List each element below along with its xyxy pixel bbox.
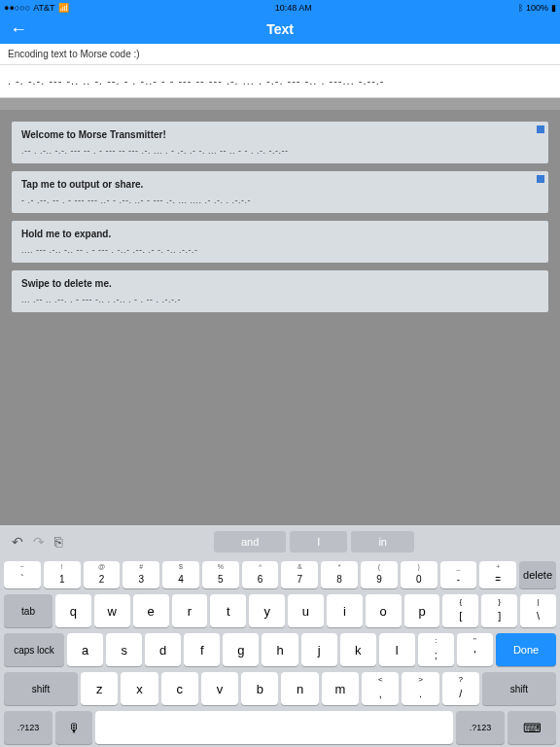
letter-key[interactable]: l <box>379 633 415 666</box>
letter-key[interactable]: h <box>262 633 298 666</box>
letter-key[interactable]: n <box>281 672 318 705</box>
letter-key[interactable]: d <box>145 633 181 666</box>
tab-key[interactable]: tab <box>4 594 52 627</box>
punct-key[interactable]: <, <box>362 672 399 705</box>
symbols-key[interactable]: .?123 <box>4 711 52 744</box>
punct-key[interactable]: {[ <box>442 594 478 627</box>
status-left: ●●○○○ AT&T 📶 <box>4 3 69 13</box>
card-morse: ... .-- .. .--. . - --- -.. . .-.. . - .… <box>21 295 539 304</box>
punct-key[interactable]: "' <box>457 633 493 666</box>
letter-key[interactable]: c <box>161 672 198 705</box>
shift-key[interactable]: shift <box>482 672 556 705</box>
letter-key[interactable]: m <box>322 672 359 705</box>
card-title: Hold me to expand. <box>21 229 539 239</box>
suggestion[interactable]: and <box>214 531 286 552</box>
letter-key[interactable]: x <box>121 672 158 705</box>
num-key[interactable]: %5 <box>202 561 239 588</box>
wifi-icon: 📶 <box>58 3 69 13</box>
punct-key[interactable]: :; <box>418 633 454 666</box>
suggestion[interactable]: I <box>290 531 347 552</box>
history-card[interactable]: Hold me to expand..... --- .-.. -.. -- .… <box>12 221 548 263</box>
keyboard-icon: ⌨ <box>523 721 542 735</box>
back-button[interactable]: ← <box>10 19 27 40</box>
row-zxcv: shiftzxcvbnm<,>.?/shift <box>0 669 560 708</box>
history-card[interactable]: Welcome to Morse Transmitter!.-- . .-.. … <box>12 122 548 163</box>
keyboard: ↶ ↷ ⎘ andIin ~`!1@2#3$4%5^6&7*8(9)0_-+=d… <box>0 525 560 747</box>
mic-icon: 🎙 <box>68 721 81 735</box>
num-key[interactable]: &7 <box>281 561 318 588</box>
keyboard-tools: ↶ ↷ ⎘ <box>6 534 68 550</box>
num-key[interactable]: (9 <box>361 561 398 588</box>
punct-key[interactable]: |\ <box>520 594 556 627</box>
symbols-key-right[interactable]: .?123 <box>456 711 505 744</box>
undo-icon[interactable]: ↶ <box>12 534 23 550</box>
card-title: Swipe to delete me. <box>21 278 539 289</box>
row-asdf: caps lockasdfghjkl:;"'Done <box>0 630 560 669</box>
letter-key[interactable]: g <box>223 633 259 666</box>
card-title: Welcome to Morse Transmitter! <box>21 129 539 140</box>
punct-key[interactable]: }] <box>481 594 517 627</box>
letter-key[interactable]: f <box>184 633 220 666</box>
num-key[interactable]: @2 <box>84 561 121 588</box>
history-card[interactable]: Swipe to delete me.... .-- .. .--. . - -… <box>12 270 548 312</box>
page-title: Text <box>266 21 294 37</box>
status-right: ᛒ 100% ▮ <box>518 3 556 13</box>
signal-dots: ●●○○○ <box>4 3 30 13</box>
num-key[interactable]: )0 <box>401 561 438 588</box>
capslock-key[interactable]: caps lock <box>4 633 64 666</box>
battery-icon: ▮ <box>551 3 556 13</box>
status-time: 10:48 AM <box>275 3 312 13</box>
suggestions: andIin <box>74 531 554 552</box>
letter-key[interactable]: i <box>327 594 363 627</box>
history-card[interactable]: Tap me to output or share.- .- .--. -- .… <box>12 171 548 213</box>
letter-key[interactable]: j <box>301 633 337 666</box>
num-key[interactable]: += <box>479 561 516 588</box>
letter-key[interactable]: p <box>404 594 440 627</box>
card-corner-icon <box>537 125 544 133</box>
punct-key[interactable]: ?/ <box>442 672 479 705</box>
card-morse: - .- .--. -- . - --- --- ..- - .--. ..- … <box>21 196 539 205</box>
letter-key[interactable]: k <box>340 633 376 666</box>
delete-key[interactable]: delete <box>519 561 556 588</box>
letter-key[interactable]: a <box>67 633 103 666</box>
letter-key[interactable]: r <box>172 594 208 627</box>
letter-key[interactable]: u <box>288 594 324 627</box>
paste-icon[interactable]: ⎘ <box>54 534 62 550</box>
status-bar: ●●○○○ AT&T 📶 10:48 AM ᛒ 100% ▮ <box>0 0 560 15</box>
cards-list: Welcome to Morse Transmitter!.-- . .-.. … <box>0 110 560 332</box>
mic-key[interactable]: 🎙 <box>55 711 92 744</box>
letter-key[interactable]: b <box>241 672 278 705</box>
input-text: Encoding text to Morse code :) <box>8 49 140 59</box>
punct-key[interactable]: >. <box>402 672 438 705</box>
nav-bar: ← Text <box>0 15 560 44</box>
dismiss-keyboard-key[interactable]: ⌨ <box>508 711 556 744</box>
num-key[interactable]: $4 <box>162 561 199 588</box>
letter-key[interactable]: y <box>249 594 285 627</box>
letter-key[interactable]: z <box>81 672 118 705</box>
letter-key[interactable]: v <box>201 672 238 705</box>
letter-key[interactable]: s <box>106 633 142 666</box>
letter-key[interactable]: t <box>210 594 246 627</box>
redo-icon[interactable]: ↷ <box>33 534 45 550</box>
letter-key[interactable]: q <box>55 594 91 627</box>
battery-label: 100% <box>526 3 548 13</box>
num-key[interactable]: _- <box>440 561 477 588</box>
num-key[interactable]: *8 <box>321 561 358 588</box>
num-key[interactable]: !1 <box>44 561 81 588</box>
num-key[interactable]: #3 <box>122 561 159 588</box>
text-input[interactable]: Encoding text to Morse code :) <box>0 44 560 65</box>
card-title: Tap me to output or share. <box>21 179 539 190</box>
done-key[interactable]: Done <box>496 633 556 666</box>
num-key[interactable]: ~` <box>4 561 41 588</box>
letter-key[interactable]: w <box>94 594 130 627</box>
shift-key[interactable]: shift <box>4 672 78 705</box>
suggestion-bar: ↶ ↷ ⎘ andIin <box>0 525 560 558</box>
row-qwerty: tabqwertyuiop{[}]|\ <box>0 591 560 630</box>
letter-key[interactable]: e <box>133 594 169 627</box>
bluetooth-icon: ᛒ <box>518 3 523 13</box>
suggestion[interactable]: in <box>351 531 414 552</box>
morse-output: . -. -.-. --- -.. .. -. --. - . -..- - -… <box>0 65 560 98</box>
num-key[interactable]: ^6 <box>242 561 279 588</box>
space-key[interactable] <box>95 711 453 744</box>
letter-key[interactable]: o <box>366 594 402 627</box>
